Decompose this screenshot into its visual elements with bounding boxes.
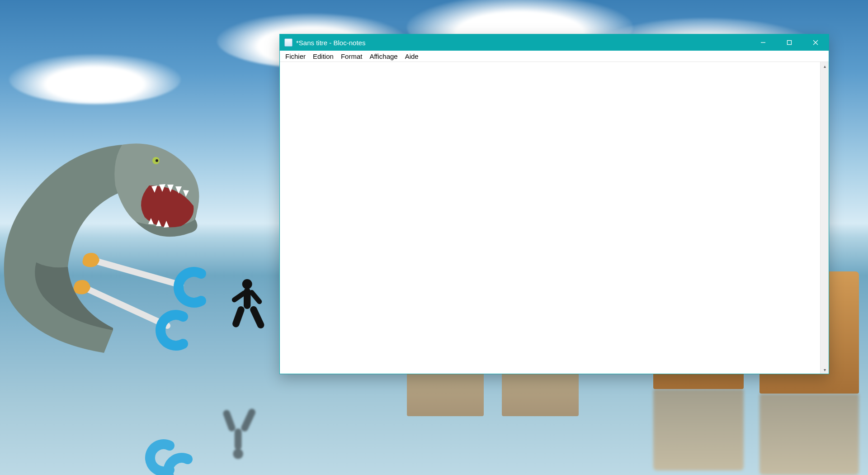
svg-rect-21 bbox=[240, 408, 257, 432]
menu-help[interactable]: Aide bbox=[401, 52, 422, 61]
window-title: *Sans titre - Bloc-notes bbox=[296, 39, 365, 47]
svg-rect-14 bbox=[231, 305, 245, 328]
svg-rect-15 bbox=[249, 305, 265, 329]
svg-rect-23 bbox=[788, 41, 792, 45]
runner-illustration bbox=[224, 277, 274, 361]
menu-view[interactable]: Affichage bbox=[366, 52, 401, 61]
notepad-app-icon bbox=[284, 38, 292, 47]
scroll-down-arrow[interactable]: ▾ bbox=[821, 366, 829, 374]
text-editor[interactable] bbox=[280, 62, 820, 374]
cloud bbox=[9, 54, 181, 104]
svg-point-9 bbox=[156, 159, 158, 162]
close-button[interactable] bbox=[802, 34, 829, 51]
rock-reflection bbox=[653, 389, 744, 470]
svg-rect-19 bbox=[235, 428, 242, 450]
rock-reflection bbox=[760, 394, 859, 475]
menu-file[interactable]: Fichier bbox=[282, 52, 309, 61]
grabber-reflection bbox=[145, 434, 208, 475]
svg-rect-20 bbox=[222, 409, 236, 432]
notepad-window: *Sans titre - Bloc-notes Fichier Edition… bbox=[279, 34, 829, 374]
minimize-button[interactable] bbox=[750, 34, 776, 51]
menubar: Fichier Edition Format Affichage Aide bbox=[280, 51, 829, 62]
menu-edit[interactable]: Edition bbox=[309, 52, 337, 61]
scroll-up-arrow[interactable]: ▴ bbox=[821, 62, 829, 70]
svg-point-18 bbox=[233, 449, 243, 459]
runner-reflection bbox=[212, 375, 267, 461]
titlebar[interactable]: *Sans titre - Bloc-notes bbox=[280, 34, 829, 51]
vertical-scrollbar[interactable]: ▴ ▾ bbox=[820, 62, 829, 374]
maximize-button[interactable] bbox=[776, 34, 802, 51]
menu-format[interactable]: Format bbox=[337, 52, 366, 61]
svg-point-12 bbox=[242, 279, 252, 289]
desktop-wallpaper: *Sans titre - Bloc-notes Fichier Edition… bbox=[0, 0, 868, 475]
svg-line-10 bbox=[93, 260, 181, 285]
dinosaur-illustration bbox=[0, 118, 235, 398]
